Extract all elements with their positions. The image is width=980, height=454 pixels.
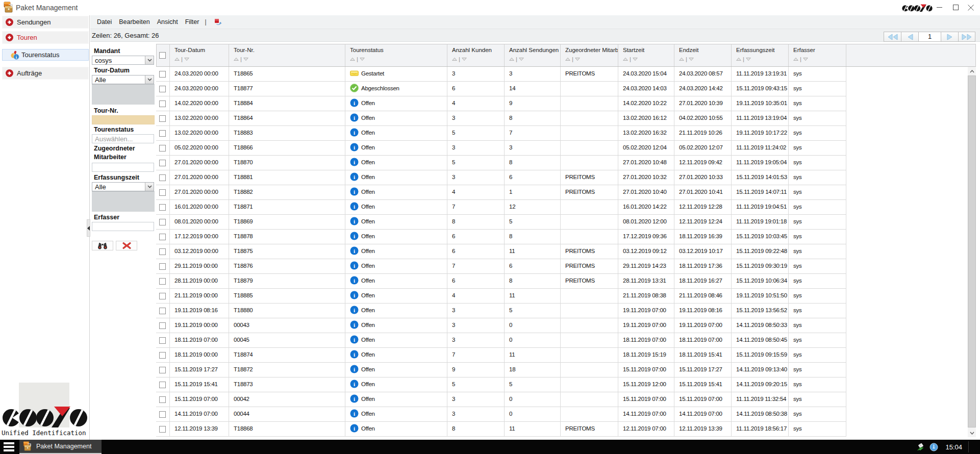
sort-controls[interactable]: | [509,56,524,62]
sort-controls[interactable]: | [793,56,808,62]
vertical-scrollbar[interactable] [968,67,976,437]
scroll-down-arrow[interactable] [968,428,976,437]
sort-controls[interactable]: | [174,56,189,62]
row-checkbox[interactable] [159,100,166,107]
column-header-1[interactable]: Tour-Nr.| [229,44,345,66]
column-header-7[interactable]: Endzeit| [674,44,732,66]
row-checkbox[interactable] [159,219,166,225]
first-page-button[interactable] [884,32,901,42]
table-row[interactable]: 28.11.2019 00:00T18879iOffen68PREITOMS28… [156,274,846,289]
row-checkbox[interactable] [159,234,166,240]
table-row[interactable]: 19.11.2019 08:16T18880iOffen3519.11.2019… [156,304,846,318]
table-row[interactable]: 14.02.2020 00:00T18884iOffen4914.02.2020… [156,96,846,111]
sort-controls[interactable]: | [679,56,694,62]
erfasser-input[interactable] [92,222,154,231]
prev-page-button[interactable] [901,32,918,42]
sort-controls[interactable]: | [565,56,580,62]
table-row[interactable]: 21.11.2019 00:00T18885iOffen41121.11.201… [156,289,846,304]
dropdown-button[interactable] [145,183,154,191]
row-checkbox[interactable] [159,71,166,78]
network-tray-icon[interactable] [917,443,926,451]
next-page-button[interactable] [941,32,958,42]
row-checkbox[interactable] [159,86,166,92]
erfassungszeit-select[interactable]: Alle [92,182,154,191]
select-all-checkbox[interactable] [159,52,166,59]
table-row[interactable]: 18.11.2019 00:00T18874iOffen71118.11.201… [156,348,846,363]
table-row[interactable]: 13.02.2020 00:00T18864iOffen3813.02.2020… [156,111,846,126]
column-header-3[interactable]: Anzahl Kunden| [447,44,505,66]
row-checkbox[interactable] [159,426,166,433]
table-row[interactable]: 29.11.2019 00:00T18876iOffen76PREITOMS29… [156,259,846,274]
sort-controls[interactable]: | [736,56,751,62]
taskbar-app-button[interactable]: Paket Management [19,440,102,454]
sort-controls[interactable]: | [234,56,248,62]
table-row[interactable]: 24.03.2020 00:00T18865Gestartet33PREITOM… [156,67,846,82]
row-checkbox[interactable] [159,115,166,122]
start-menu-button[interactable] [4,442,14,451]
table-row[interactable]: 19.11.2019 00:0000043iOffen3019.11.2019 … [156,318,846,333]
row-checkbox[interactable] [159,204,166,211]
table-row[interactable]: 15.11.2019 15:41T18873iOffen5515.11.2019… [156,377,846,392]
export-icon[interactable] [214,18,222,26]
sort-controls[interactable]: | [350,56,365,62]
table-row[interactable]: 05.02.2020 00:00T18866iOffen3305.02.2020… [156,141,846,156]
table-row[interactable]: 16.01.2020 00:00T18871iOffen71216.01.202… [156,200,846,215]
row-checkbox[interactable] [159,293,166,299]
last-page-button[interactable] [958,32,975,42]
column-header-6[interactable]: Startzeit| [618,44,674,66]
scroll-up-arrow[interactable] [968,67,976,75]
dropdown-button[interactable] [145,56,154,64]
sidebar-item-touren[interactable]: Touren [2,31,89,44]
row-checkbox[interactable] [159,145,166,152]
row-checkbox[interactable] [159,411,166,418]
tour-datum-select[interactable]: Alle [92,75,154,84]
menu-filter[interactable]: Filter [182,18,203,26]
menu-ansicht[interactable]: Ansicht [154,18,182,26]
column-header-2[interactable]: Tourenstatus| [345,44,447,66]
table-row[interactable]: 24.03.2020 00:00T18877Abgeschlossen61424… [156,82,846,96]
row-checkbox[interactable] [159,308,166,314]
table-row[interactable]: 03.12.2019 00:00T18875iOffen611PREITOMS0… [156,244,846,259]
mandant-select[interactable]: cosys [92,56,154,65]
row-checkbox[interactable] [159,337,166,344]
row-checkbox[interactable] [159,248,166,255]
row-checkbox[interactable] [159,382,166,388]
window-minimize-button[interactable] [931,0,948,15]
panel-collapse-handle[interactable] [87,219,90,237]
dropdown-button[interactable] [145,75,154,84]
row-checkbox[interactable] [159,322,166,329]
table-row[interactable]: 27.01.2020 00:00T18870iOffen5827.01.2020… [156,156,846,170]
tourenstatus-input[interactable]: Auswählen... [92,134,154,143]
row-checkbox[interactable] [159,367,166,373]
row-checkbox[interactable] [159,189,166,196]
table-row[interactable]: 18.11.2019 07:0000045iOffen3018.11.2019 … [156,333,846,348]
table-row[interactable]: 14.11.2019 07:0000044iOffen3014.11.2019 … [156,407,846,422]
table-row[interactable]: 17.12.2019 00:00T18878iOffen6817.12.2019… [156,230,846,244]
clock[interactable]: 15:04 [945,443,962,451]
sidebar-item-sendungen[interactable]: Sendungen [2,16,89,29]
sort-controls[interactable]: | [623,56,638,62]
sort-controls[interactable]: | [452,56,467,62]
row-checkbox[interactable] [159,130,166,137]
window-maximize-button[interactable] [947,0,964,15]
column-header-4[interactable]: Anzahl Sendungen| [505,44,561,66]
row-checkbox[interactable] [159,263,166,270]
column-header-9[interactable]: Erfasser| [789,44,846,66]
sidebar-item-auftraege[interactable]: Aufträge [2,67,89,80]
table-row[interactable]: 12.11.2019 13:39T18868iOffen811PREITOMS1… [156,422,846,437]
column-header-5[interactable]: Zugeordneter Mitarbe| [561,44,618,66]
info-tray-icon[interactable] [929,443,938,451]
table-row[interactable]: 15.11.2019 17:27T18872iOffen91815.11.201… [156,363,846,377]
table-row[interactable]: 15.11.2019 07:0000042iOffen3015.11.2019 … [156,392,846,407]
table-row[interactable]: 27.01.2020 00:00T18881iOffen36PREITOMS27… [156,170,846,185]
tour-nr-input[interactable] [92,115,155,124]
menu-bearbeiten[interactable]: Bearbeiten [115,18,153,26]
table-row[interactable]: 13.02.2020 00:00T18883iOffen5713.02.2020… [156,126,846,141]
sidebar-item-tourenstatus-active[interactable]: i Tourenstatus [2,49,89,61]
row-checkbox[interactable] [159,396,166,403]
search-button[interactable] [92,241,113,250]
row-checkbox[interactable] [159,278,166,285]
row-checkbox[interactable] [159,174,166,181]
mitarbeiter-input[interactable] [92,163,154,172]
clear-filter-button[interactable] [116,241,137,250]
